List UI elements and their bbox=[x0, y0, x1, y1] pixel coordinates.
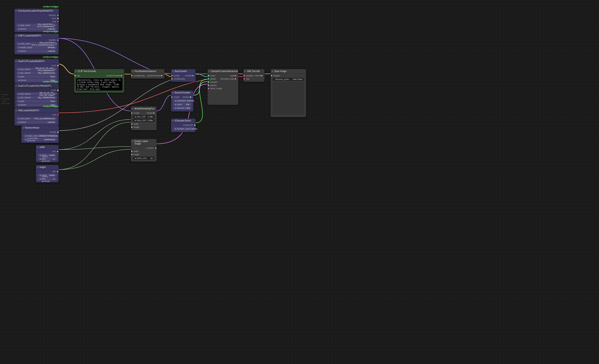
tag-multigpu: comfyui-multigpu bbox=[43, 6, 58, 8]
node-title: SamplerCustomAdvanced bbox=[211, 70, 238, 72]
node-save-image[interactable]: Save Image images filename_prefixFlan-T5… bbox=[271, 69, 306, 117]
prompt-textarea[interactable]: semirealistic, close up, dutch angle, In… bbox=[76, 78, 123, 90]
widget-control-after[interactable]: ◀control after generaterandomize▶ bbox=[23, 138, 57, 141]
widget-clip2[interactable]: ◀clip_name2clip_l.safetensors▶ bbox=[16, 96, 57, 99]
node-model-sampling-flux[interactable]: ModelSamplingFlux model MODEL ◀max_shift… bbox=[131, 106, 157, 130]
widget-noise-seed[interactable]: ◀noise_seed1085919737629623▶ bbox=[23, 134, 57, 138]
node-title: ModelSamplingFlux bbox=[134, 107, 155, 110]
node-flux-disable-guidance[interactable]: FluxDisableGuidance conditioning CONDITI… bbox=[131, 69, 164, 79]
widget-denoise[interactable]: ◀denoise1.00▶ bbox=[173, 106, 192, 110]
widget-steps[interactable]: ◀steps20▶ bbox=[173, 103, 192, 106]
node-height[interactable]: height INT ◀value1440▶ ◀control after ge… bbox=[36, 165, 59, 182]
node-title: VAE Decode bbox=[247, 70, 260, 72]
node-title: CLIP Text Encode bbox=[78, 70, 96, 72]
widget-clip2[interactable]: ◀clip_name2clip_l.safetensors▶ bbox=[16, 71, 57, 75]
widget-filename-prefix[interactable]: filename_prefixFlan-T5xxl bbox=[273, 78, 304, 81]
widget-unet-name[interactable]: ◀unet_nameblue_pencil-flux1-v0.0.1_trans… bbox=[16, 42, 57, 45]
widget-vae-name[interactable]: ◀vae_nameFlux1_ae.safetensors▶ bbox=[16, 117, 57, 120]
node-title: BasicGuider bbox=[175, 70, 187, 72]
widget-scheduler[interactable]: ◀schedulernormal▶ bbox=[173, 99, 192, 102]
node-title: VAELoaderMultiGPU bbox=[18, 109, 39, 112]
node-title: DualCLIPLoaderMultiGPU bbox=[18, 60, 45, 62]
widget-clip1[interactable]: ◀clip_name1flan-t5-xxl_TE_only-FP16.safe… bbox=[16, 68, 57, 71]
node-title: height bbox=[39, 166, 46, 168]
node-vae-decode[interactable]: VAE Decode samples IMAGE vae bbox=[243, 69, 264, 82]
tag-multigpu: comfyui-multigpu bbox=[43, 56, 58, 58]
widget-control-after[interactable]: ◀control after generate.▶ bbox=[38, 157, 57, 160]
widget-max-shift[interactable]: ◀max_shift1.15▶ bbox=[133, 115, 155, 118]
node-clip-text-encode[interactable]: CLIP Text Encode clip CONDITIONING semir… bbox=[74, 69, 124, 93]
widget-device[interactable]: ◀devicecuda:0▶ bbox=[16, 121, 57, 124]
image-preview bbox=[273, 82, 304, 115]
widget-type[interactable]: ◀typeflux▶ bbox=[16, 75, 57, 78]
perf-stats: T: 0.00s I: 0 N: 18 [18] V: 36 FPS:56.88 bbox=[1, 94, 10, 105]
node-title: CheckpointLoaderSimpleMultiGPU bbox=[18, 9, 53, 12]
tag-multigpu: comfyui-multigpu bbox=[43, 30, 58, 33]
node-dualclip-gguf-loader[interactable]: comfyui-multigpu DualCLIPLoaderGGUFMulti… bbox=[14, 84, 59, 108]
node-empty-latent[interactable]: Empty Latent Image LATENT width height ◀… bbox=[131, 139, 157, 162]
node-sampler-custom-advanced[interactable]: SamplerCustomAdvanced noise output guide… bbox=[208, 69, 238, 105]
node-title: width bbox=[39, 146, 45, 148]
node-title: DualCLIPLoaderGGUFMultiGPU bbox=[18, 85, 51, 87]
node-title: UNETLoaderMultiGPU bbox=[18, 35, 41, 37]
widget-device[interactable]: ◀devicecuda:0▶ bbox=[16, 50, 57, 53]
node-title: Save Image bbox=[274, 70, 286, 72]
node-title: FluxDisableGuidance bbox=[134, 70, 156, 72]
widget-type[interactable]: ◀typeflux▶ bbox=[16, 100, 57, 103]
node-basic-scheduler[interactable]: BasicScheduler model SIGMAS ◀schedulerno… bbox=[171, 90, 193, 112]
node-unet-loader[interactable]: comfyui-multigpu UNETLoaderMultiGPU MODE… bbox=[14, 34, 59, 54]
widget-clip1[interactable]: ◀clip_name1flan_t5_xxl_TE-only_Q8_0.gguf… bbox=[16, 92, 57, 95]
widget-ckpt-name[interactable]: ◀ckpt_nameblue_pencil-flux1-v0.0.1.safet… bbox=[16, 24, 57, 27]
node-title: Empty Latent Image bbox=[134, 140, 148, 145]
tag-multigpu: comfyui-multigpu bbox=[43, 80, 58, 83]
node-random-noise[interactable]: RandomNoise NOISE ◀noise_seed10859197376… bbox=[21, 126, 59, 143]
node-title: RandomNoise bbox=[25, 127, 39, 129]
node-title: KSamplerSelect bbox=[175, 120, 191, 122]
widget-sampler-name[interactable]: ◀sampler_nameeuler▶ bbox=[173, 127, 194, 130]
widget-device[interactable]: ◀devicecuda:0▶ bbox=[16, 27, 57, 31]
node-checkpoint-loader[interactable]: comfyui-multigpu CheckpointLoaderSimpleM… bbox=[14, 9, 59, 32]
canvas[interactable]: T: 0.00s I: 0 N: 18 [18] V: 36 FPS:56.88… bbox=[0, 0, 337, 194]
node-vae-loader[interactable]: comfyui-multigpu VAELoaderMultiGPU VAE ◀… bbox=[14, 108, 59, 126]
node-basic-guider[interactable]: BasicGuider model GUIDER conditioning bbox=[171, 69, 196, 82]
widget-base-shift[interactable]: ◀base_shift0.50▶ bbox=[133, 119, 155, 122]
widget-control-after[interactable]: ◀control after generate.▶ bbox=[38, 177, 57, 181]
node-ksampler-select[interactable]: KSamplerSelect SAMPLER ◀sampler_nameeule… bbox=[171, 119, 196, 132]
node-title: BasicScheduler bbox=[175, 91, 190, 94]
widget-batch-size[interactable]: ◀batch_size1▶ bbox=[133, 156, 155, 160]
tag-multigpu: comfyui-multigpu bbox=[43, 105, 58, 107]
node-dualclip-loader[interactable]: comfyui-multigpu DualCLIPLoaderMultiGPU … bbox=[14, 59, 59, 84]
widget-weight-dtype[interactable]: ◀weight_dtypedefault▶ bbox=[16, 46, 57, 49]
node-width[interactable]: width INT ◀value1440▶ ◀control after gen… bbox=[36, 145, 59, 162]
